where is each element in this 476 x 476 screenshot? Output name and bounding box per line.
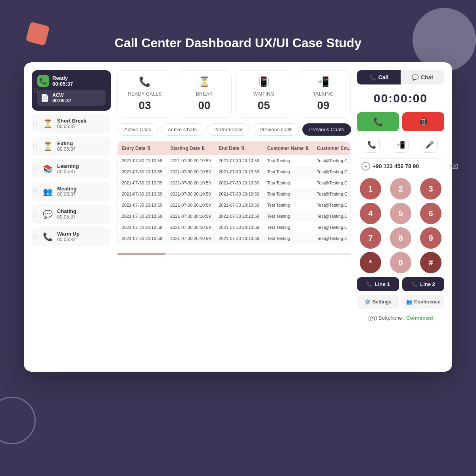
waiting-value: 05 <box>257 99 270 112</box>
sidebar-item-meating[interactable]: 👥 Meating 00:05:37 <box>32 182 111 201</box>
numpad: 1 2 3 4 5 6 7 8 9 * 0 # <box>357 178 444 273</box>
transfer-button[interactable]: 📲 <box>393 137 409 153</box>
stat-card-ready-calls: 📞 Ready Calls 03 <box>117 70 172 118</box>
table-row: 2021-07-30 20:10:592021-07-30 20:10:5920… <box>118 166 351 177</box>
data-table: Entry Date ⇅ Starting Date ⇅ End Date ⇅ … <box>117 141 351 244</box>
panel-tab-call[interactable]: 📞 Call <box>357 70 401 84</box>
numpad-7[interactable]: 7 <box>360 227 381 249</box>
table-scroll-thumb <box>117 253 165 255</box>
panel-tab-chat[interactable]: 💬 Chat <box>401 70 444 84</box>
sidebar-item-chating[interactable]: 💬 Chating 00:05:37 <box>32 204 111 224</box>
sidebar: 📞 Ready 00:05:37 📄 ACW 00:05:37 <box>32 70 111 364</box>
ready-label: Ready <box>52 75 73 81</box>
meating-time: 00:05:37 <box>57 192 77 197</box>
hold-button[interactable]: 📞 <box>364 137 380 153</box>
numpad-6[interactable]: 6 <box>420 203 441 224</box>
tab-active-calls[interactable]: Active Calls <box>117 123 158 136</box>
numpad-8[interactable]: 8 <box>390 227 411 249</box>
numpad-0[interactable]: 0 <box>390 252 411 273</box>
numpad-4[interactable]: 4 <box>360 203 381 224</box>
plus-button[interactable]: + <box>361 162 370 171</box>
line2-label: Line 2 <box>420 281 435 287</box>
sidebar-item-short-break[interactable]: ⏳ Short Break 00:05:37 <box>32 114 111 133</box>
delete-button[interactable]: ⌫ <box>449 163 459 170</box>
bg-decoration-topleft <box>25 21 50 46</box>
ready-calls-value: 03 <box>138 99 151 112</box>
drag-handle <box>34 88 38 93</box>
numpad-1[interactable]: 1 <box>360 178 381 200</box>
sidebar-item-warm-up[interactable]: 📞 Warm Up 00:05:37 <box>32 227 111 246</box>
numpad-hash[interactable]: # <box>420 252 441 273</box>
main-area: 📞 Ready Calls 03 ⏳ Break 00 📳 WAITING 05… <box>117 70 351 364</box>
line-buttons: 📞 Line 1 📞 Line 2 <box>357 277 444 291</box>
acw-time: 00:05:37 <box>52 98 71 104</box>
short-break-label: Short Break <box>57 118 86 124</box>
learning-time: 00:05:37 <box>57 169 79 175</box>
bg-decoration-topright <box>413 8 476 71</box>
conference-label: Conference <box>414 299 440 305</box>
tab-previous-chats[interactable]: Previous Chats <box>302 123 351 136</box>
page-title: Call Center Dashboard UX/UI Case Study <box>115 36 361 50</box>
softphone-connected: Connected <box>406 315 433 321</box>
waiting-icon: 📳 <box>258 76 270 87</box>
numpad-star[interactable]: * <box>360 252 381 273</box>
call-tab-icon: 📞 <box>369 74 376 81</box>
numpad-9[interactable]: 9 <box>420 227 441 249</box>
chating-icon: 💬 <box>42 209 53 219</box>
call-action-buttons: 📞 📵 <box>357 112 444 131</box>
col-customer-name[interactable]: Customer Name ⇅ <box>263 142 313 155</box>
numpad-3[interactable]: 3 <box>420 178 441 200</box>
tab-performance[interactable]: Performance <box>207 123 250 136</box>
line2-button[interactable]: 📞 Line 2 <box>402 277 444 291</box>
meating-icon: 👥 <box>42 187 53 196</box>
hangup-button[interactable]: 📵 <box>402 112 444 131</box>
chating-label: Chating <box>57 208 76 214</box>
stat-card-talking: 📲 TALKING 09 <box>296 70 351 118</box>
mute-button[interactable]: 🎤 <box>422 137 438 153</box>
learning-icon: 📚 <box>42 164 53 174</box>
tab-previous-calls[interactable]: Previous Calls <box>253 123 299 136</box>
bg-decoration-bottomleft <box>0 397 36 444</box>
conference-icon: 👥 <box>406 299 412 305</box>
line1-label: Line 1 <box>375 281 390 287</box>
table-scrollbar[interactable] <box>117 253 351 255</box>
conference-button[interactable]: 👥 Conference <box>402 295 444 309</box>
sidebar-active-card[interactable]: 📞 Ready 00:05:37 📄 ACW 00:05:37 <box>32 70 111 111</box>
answer-button[interactable]: 📞 <box>357 112 399 131</box>
sidebar-item-eating[interactable]: ⏳ Eating 00:05:37 <box>32 136 111 156</box>
table-row: 2021-07-30 20:10:592021-07-30 20:10:5920… <box>118 155 351 166</box>
tabs-row: Active Calls Active Chats Performance Pr… <box>117 123 351 136</box>
line2-icon: 📞 <box>411 281 418 287</box>
eating-time: 00:05:37 <box>57 146 76 152</box>
phone-input[interactable] <box>372 163 447 169</box>
line1-icon: 📞 <box>366 281 372 287</box>
line1-button[interactable]: 📞 Line 1 <box>357 277 399 291</box>
sidebar-item-learning[interactable]: 📚 Learning 00:05:37 <box>32 159 111 178</box>
numpad-5[interactable]: 5 <box>390 203 411 224</box>
short-break-time: 00:05:37 <box>57 124 86 129</box>
ready-calls-label: Ready Calls <box>128 91 162 97</box>
warm-up-time: 00:05:37 <box>57 237 80 242</box>
call-extra-buttons: 📞 📲 🎤 <box>357 135 444 154</box>
col-entry-date[interactable]: Entry Date ⇅ <box>118 142 166 155</box>
col-starting-date[interactable]: Starting Date ⇅ <box>166 142 215 155</box>
right-panel: 📞 Call 💬 Chat 00:00:00 📞 📵 📞 📲 🎤 + ⌫ <box>357 70 444 364</box>
ready-calls-icon: 📞 <box>139 76 151 87</box>
talking-icon: 📲 <box>317 76 329 87</box>
col-end-date[interactable]: End Date ⇅ <box>215 142 263 155</box>
eating-icon: ⏳ <box>42 142 53 151</box>
break-icon: ⏳ <box>198 76 210 87</box>
settings-button[interactable]: ⚙️ Settings <box>357 295 399 309</box>
table-row: 2021-07-30 20:10:592021-07-30 20:10:5920… <box>118 200 351 211</box>
break-label: Break <box>196 91 213 97</box>
tab-active-chats[interactable]: Active Chats <box>161 123 203 136</box>
waiting-label: WAITING <box>253 91 274 97</box>
col-customer-email[interactable]: Customer Em... <box>313 142 351 155</box>
numpad-2[interactable]: 2 <box>390 178 411 200</box>
settings-icon: ⚙️ <box>365 299 370 305</box>
call-timer: 00:00:00 <box>357 88 444 108</box>
softphone-status: ((•)) Softphone : Connected <box>357 313 444 323</box>
chating-time: 00:05:37 <box>57 214 76 220</box>
warm-up-label: Warm Up <box>57 231 80 237</box>
acw-icon: 📄 <box>40 94 49 102</box>
